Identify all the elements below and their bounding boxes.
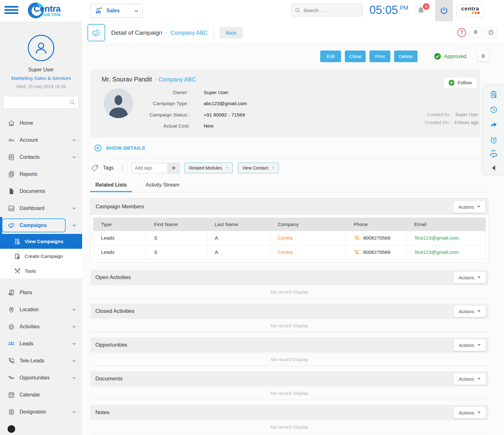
- cell-company-link[interactable]: Centra: [270, 245, 346, 259]
- section-actions-button[interactable]: Actions: [454, 339, 486, 351]
- column-header[interactable]: Type: [93, 218, 147, 231]
- remove-tag-icon[interactable]: ×: [226, 166, 228, 170]
- sidebar-item-label: Leads: [20, 341, 33, 347]
- column-header[interactable]: Company: [270, 218, 346, 231]
- history-icon[interactable]: [489, 105, 498, 114]
- section-actions-button[interactable]: Actions: [454, 373, 486, 385]
- submenu-item-view-campaigns[interactable]: View Campaigns: [0, 234, 82, 249]
- view-360-icon[interactable]: 360°: [489, 151, 498, 159]
- tab-related-lists[interactable]: Related Lists: [90, 178, 132, 192]
- sidebar-item-contacts[interactable]: Contacts: [0, 149, 82, 166]
- cell-first-name: S: [147, 231, 207, 245]
- user-avatar[interactable]: [28, 35, 54, 61]
- notifications-button[interactable]: 3: [416, 6, 427, 17]
- sidebar-item-activities[interactable]: Activities: [0, 318, 82, 335]
- back-button[interactable]: Back: [219, 27, 243, 39]
- record-company-link[interactable]: - Company ABC: [155, 76, 196, 83]
- megaphone-icon: [8, 222, 15, 229]
- sidebar-item-reports[interactable]: Reports: [0, 166, 82, 183]
- sidebar-item-designation[interactable]: Designation: [0, 403, 82, 420]
- print-button[interactable]: [485, 27, 497, 38]
- empty-message: No record Display: [90, 386, 489, 400]
- module-selector[interactable]: Sales: [90, 4, 143, 18]
- sidebar-item-dashboard[interactable]: Dashboard: [0, 200, 82, 217]
- edit-button[interactable]: Edit: [320, 51, 341, 62]
- sidebar-item-home[interactable]: Home: [0, 115, 82, 132]
- submenu-item-tools[interactable]: Tools: [0, 264, 82, 278]
- tag-chip-label: View Contact: [242, 165, 268, 170]
- tag-chip[interactable]: Related Modules ×: [184, 163, 233, 173]
- remove-tag-icon[interactable]: ×: [272, 166, 274, 170]
- section-actions-button[interactable]: Actions: [454, 407, 486, 419]
- hamburger-menu-icon[interactable]: [4, 6, 18, 15]
- column-header[interactable]: Email: [407, 218, 486, 231]
- share-icon[interactable]: [489, 121, 498, 129]
- record-settings-button[interactable]: [478, 51, 489, 62]
- caret-down-icon: [477, 206, 480, 208]
- members-actions-button[interactable]: Actions: [453, 201, 485, 213]
- tag-chip[interactable]: View Contact ×: [238, 163, 279, 173]
- sidebar-search-input[interactable]: [3, 96, 79, 109]
- add-tag-button[interactable]: [168, 163, 179, 173]
- sidebar-item-opportunities[interactable]: Opportunities: [0, 369, 82, 386]
- add-tags-input[interactable]: [131, 163, 168, 173]
- global-search-input[interactable]: [291, 4, 363, 16]
- sidebar-item-campaigns[interactable]: Campaigns: [0, 217, 82, 234]
- tags-colon: :: [122, 165, 123, 171]
- alarm-clock-icon[interactable]: [489, 136, 498, 145]
- sidebar-item-label: Activities: [20, 324, 39, 330]
- tasks-clipboard-icon[interactable]: [489, 90, 498, 99]
- logout-button[interactable]: [435, 0, 453, 21]
- column-header[interactable]: First Name: [147, 218, 207, 231]
- submenu-item-label: View Campaigns: [25, 239, 63, 244]
- person-icon: [32, 39, 50, 57]
- sidebar-item-label: Location: [20, 307, 39, 313]
- record-summary-card: Mr. Sourav Pandit - Company ABC Follow O…: [90, 69, 480, 138]
- follow-button[interactable]: Follow: [443, 77, 477, 88]
- user-department-link[interactable]: Marketing Sales & Services: [0, 75, 82, 81]
- tools-icon: [14, 268, 21, 275]
- print-record-button[interactable]: Print: [369, 51, 390, 62]
- section-actions-button[interactable]: Actions: [454, 272, 486, 283]
- sidebar-item-plans[interactable]: Plans: [0, 284, 82, 301]
- sidebar-item-label: Campaigns: [20, 223, 47, 228]
- show-details-toggle[interactable]: SHOW DETAILS: [90, 138, 489, 158]
- help-icon[interactable]: ?: [457, 28, 466, 37]
- record-link[interactable]: Company ABC: [171, 30, 208, 36]
- sidebar-item-calendar[interactable]: Calendar: [0, 386, 82, 403]
- people-group-icon: [8, 340, 15, 348]
- person-icon: [8, 425, 15, 433]
- submenu-item-create-campaign[interactable]: Create Campaign: [0, 249, 82, 264]
- settings-button[interactable]: [470, 27, 482, 38]
- panel-title: Campaign Members: [96, 204, 144, 210]
- column-header[interactable]: Last Name: [207, 218, 270, 231]
- cell-email-link[interactable]: Test123@gmail.com: [407, 231, 486, 245]
- sidebar-item-label: Reports: [20, 171, 37, 177]
- table-row[interactable]: Leads S A Centra 8008270569 Test123@gmai…: [93, 245, 486, 259]
- section-actions-button[interactable]: Actions: [454, 306, 486, 317]
- tab-activity-stream[interactable]: Activity Stream: [141, 178, 185, 192]
- clone-button[interactable]: Clone: [345, 51, 366, 62]
- collapse-panel-icon[interactable]: [492, 165, 495, 170]
- sidebar-item-partial[interactable]: [0, 420, 82, 435]
- section-documents: Documents Actions No record Display: [90, 371, 489, 400]
- sidebar-item-documents[interactable]: Documents: [0, 183, 82, 200]
- detail-tabs: Related Lists Activity Stream: [90, 178, 489, 192]
- sidebar-item-leads[interactable]: Leads: [0, 335, 82, 352]
- cell-email-link[interactable]: Test123@gmail.com: [407, 245, 486, 259]
- sidebar-item-tele-leads[interactable]: Tele-Leads: [0, 352, 82, 369]
- tags-label: Tags: [103, 165, 114, 171]
- column-header[interactable]: Phone: [346, 218, 407, 231]
- sidebar-item-account[interactable]: Account: [0, 132, 82, 149]
- cell-company-link[interactable]: Centra: [270, 231, 346, 245]
- cell-phone[interactable]: 8008270569: [346, 245, 407, 259]
- top-bar: Centra HUB CRM Sales 05:05 PM 3 centra: [0, 0, 504, 21]
- section-title: Documents: [95, 376, 123, 382]
- sidebar-item-location[interactable]: Location: [0, 301, 82, 318]
- home-icon: [8, 119, 15, 127]
- table-row[interactable]: Leads S A Centra 8008270569 Test123@gmai…: [93, 231, 486, 245]
- field-label: Campaign Status :: [141, 112, 190, 118]
- cell-phone[interactable]: 8008270569: [346, 231, 407, 245]
- printer-icon: [488, 29, 495, 36]
- delete-button[interactable]: Delete: [394, 51, 417, 62]
